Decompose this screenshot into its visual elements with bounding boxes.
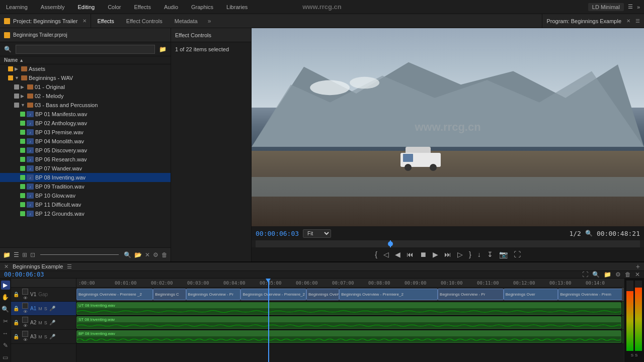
video-clip[interactable]: Beginnings Overview - Premiere_2 — [240, 289, 306, 300]
list-item[interactable]: ♪ BP 06 Research.wav — [0, 155, 171, 164]
a1-s-label[interactable]: S — [44, 306, 47, 311]
list-item[interactable]: ♪ BP 12 Grounds.wav — [0, 209, 171, 218]
video-clip[interactable]: Beginnings Overview - Premiere_2 — [339, 289, 438, 300]
audio-track-a1[interactable]: UT 08 Inventing.wav — [76, 302, 624, 316]
a2-eye[interactable]: 👁 — [23, 323, 28, 328]
a1-eye[interactable]: 👁 — [23, 309, 28, 314]
a1-toggle[interactable] — [22, 303, 28, 309]
search-input[interactable] — [16, 45, 155, 54]
list-item[interactable]: ♪ BP 09 Tradition.wav — [0, 182, 171, 191]
list-item[interactable]: ♪ BP 03 Premise.wav — [0, 128, 171, 137]
a3-eye[interactable]: 👁 — [23, 337, 28, 342]
nav-more-icon[interactable]: » — [637, 4, 640, 10]
transport-overwrite[interactable]: ↧ — [487, 250, 493, 258]
nav-item-effects[interactable]: Effects — [132, 3, 152, 11]
list-item[interactable]: ▶ 01 - Original — [0, 82, 171, 92]
tool-razor[interactable]: ✂ — [1, 317, 10, 326]
video-track-v1[interactable]: Beginnings Overview - Premiere _2 Beginn… — [76, 288, 624, 302]
video-clip[interactable]: Beginnings C — [153, 289, 186, 300]
transport-mark-out[interactable]: } — [469, 250, 471, 258]
nav-item-color[interactable]: Color — [106, 3, 123, 11]
clear-icon[interactable]: ✕ — [145, 251, 150, 258]
program-close-icon[interactable]: ✕ — [626, 18, 630, 24]
audio-clip-a1[interactable]: UT 08 Inventing.wav — [76, 302, 621, 315]
tab-effects[interactable]: Effects — [91, 14, 120, 28]
transport-next-keyframe[interactable]: ▷ — [457, 250, 463, 258]
video-clip[interactable]: Beginnings Overview - Pr — [438, 289, 504, 300]
list-item[interactable]: ▼ Beginnings - WAV — [0, 73, 171, 82]
nav-item-graphics[interactable]: Graphics — [189, 3, 215, 11]
scrub-handle[interactable] — [388, 241, 393, 246]
tab-metadata[interactable]: Metadata — [169, 14, 204, 28]
tool-hand[interactable]: ✋ — [1, 293, 10, 302]
a1-mic-icon[interactable]: 🎤 — [49, 306, 55, 311]
tool-rect[interactable]: ▭ — [1, 353, 10, 362]
nav-item-libraries[interactable]: Libraries — [224, 3, 250, 11]
panel-expand-icon[interactable]: » — [204, 18, 215, 25]
a2-toggle[interactable] — [22, 317, 28, 323]
timeline-tool-3[interactable]: 📁 — [604, 271, 611, 278]
list-view-icon[interactable]: ☰ — [14, 251, 19, 258]
search-icon[interactable]: 🔍 — [4, 46, 12, 53]
transport-play[interactable]: ▶ — [433, 250, 438, 258]
timeline-track-content[interactable]: :00:00 00:01:00 00:02:00 00:03:00 00:04:… — [76, 279, 624, 362]
a2-s[interactable]: S — [44, 320, 47, 325]
program-menu-icon[interactable]: ☰ — [635, 18, 640, 24]
list-item[interactable]: ♪ BP 01 Manifesto.wav — [0, 110, 171, 119]
new-bin-icon[interactable]: 📁 — [3, 251, 11, 258]
a3-s[interactable]: S — [44, 334, 47, 339]
timeline-tool-1[interactable]: ⛶ — [582, 271, 588, 278]
video-clip[interactable]: Beginnings Over — [504, 289, 558, 300]
list-item[interactable]: ♪ BP 02 Anthology.wav — [0, 119, 171, 128]
transport-step-back[interactable]: ◀ — [395, 250, 400, 258]
a3-m[interactable]: M — [38, 334, 42, 339]
settings-icon[interactable]: ⚙ — [153, 251, 158, 258]
a3-mic[interactable]: 🎤 — [49, 334, 55, 339]
timeline-tool-6[interactable]: ✕ — [635, 271, 640, 278]
timeline-close-icon[interactable]: ✕ — [4, 263, 9, 270]
nav-item-audio[interactable]: Audio — [162, 3, 180, 11]
list-item[interactable]: ♪ BP 10 Glow.wav — [0, 191, 171, 200]
a1-lock-icon[interactable]: 🔒 — [13, 306, 19, 311]
list-item[interactable]: ▼ 03 - Bass and Percussion — [0, 101, 171, 110]
list-item[interactable]: ♪ BP 04 Monolith.wav — [0, 137, 171, 146]
search-bottom-icon[interactable]: 🔍 — [124, 251, 131, 258]
tab-effect-controls[interactable]: Effect Controls — [120, 14, 169, 28]
list-item[interactable]: ♪ BP 11 Difficult.wav — [0, 200, 171, 209]
list-item[interactable]: ♪ BP 05 Discovery.wav — [0, 146, 171, 155]
nav-item-assembly[interactable]: Assembly — [39, 3, 67, 11]
transport-camera[interactable]: 📷 — [499, 250, 508, 258]
video-clip[interactable]: Beginnings Overview - Prem — [558, 289, 624, 300]
lock-icon[interactable]: 🔒 — [13, 292, 19, 297]
nav-item-learning[interactable]: Learning — [4, 3, 30, 11]
tool-pen[interactable]: ✎ — [1, 341, 10, 350]
nav-menu-icon[interactable]: ☰ — [628, 4, 633, 10]
timeline-tool-2[interactable]: 🔍 — [592, 271, 600, 278]
list-item[interactable]: ▶ 02 - Melody — [0, 92, 171, 101]
transport-mark-in[interactable]: { — [375, 250, 377, 258]
audio-clip-a3[interactable]: BP 08 Inventing.wav — [76, 330, 621, 343]
transport-step-forward[interactable]: ⏭ — [444, 250, 451, 258]
transport-fullscreen[interactable]: ⛶ — [514, 250, 521, 258]
video-clip[interactable]: Beginnings Overview - Pr — [306, 289, 339, 300]
fit-dropdown[interactable]: Fit 25% 50% 75% 100% — [303, 229, 331, 238]
video-scrubbar[interactable] — [256, 240, 640, 247]
timeline-tool-4[interactable]: ⚙ — [615, 271, 621, 278]
audio-track-a3[interactable]: BP 08 Inventing.wav — [76, 330, 624, 344]
a2-lock-icon[interactable]: 🔒 — [13, 320, 19, 325]
transport-rewind[interactable]: ⏮ — [407, 250, 414, 258]
list-item[interactable]: ♪ BP 07 Wander.wav — [0, 164, 171, 173]
project-close-icon[interactable]: ✕ — [83, 18, 87, 24]
a3-lock-icon[interactable]: 🔒 — [13, 334, 19, 339]
a2-mic[interactable]: 🎤 — [49, 320, 55, 325]
list-item[interactable]: ▶ Assets — [0, 64, 171, 73]
tool-track[interactable]: ↔ — [1, 329, 10, 338]
a3-toggle[interactable] — [22, 331, 28, 337]
timeline-tool-5[interactable]: 🗑 — [625, 271, 631, 278]
transport-prev-keyframe[interactable]: ◁ — [383, 250, 389, 258]
nav-item-editing[interactable]: Editing — [76, 3, 97, 11]
nav-preset-label[interactable]: LD Minimal — [588, 3, 624, 11]
eye-icon[interactable]: 👁 — [23, 296, 28, 301]
list-item[interactable]: ♪ BP 08 Inventing.wav — [0, 173, 171, 182]
a2-m[interactable]: M — [38, 320, 42, 325]
